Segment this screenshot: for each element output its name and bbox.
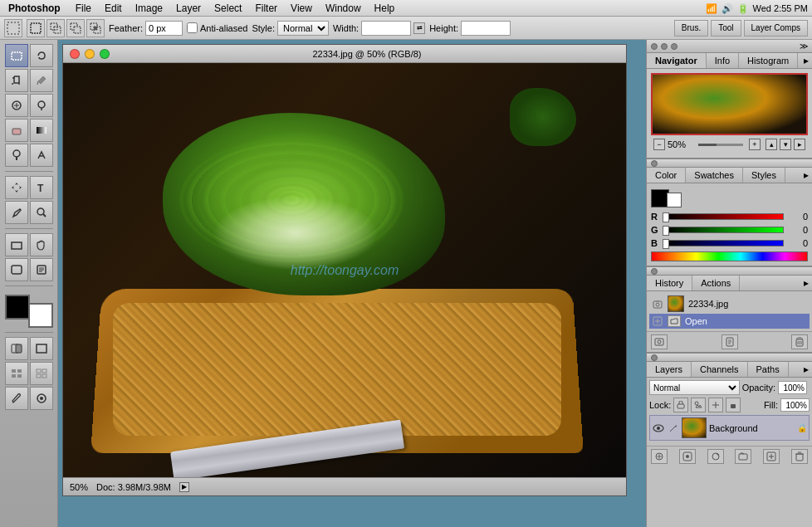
- menu-file[interactable]: File: [69, 0, 98, 16]
- text-tool[interactable]: T: [30, 176, 53, 199]
- intersect-selection-btn[interactable]: [86, 19, 105, 37]
- menu-select[interactable]: Select: [208, 0, 248, 16]
- history-item-0[interactable]: 22334.jpg: [649, 294, 810, 314]
- add-selection-btn[interactable]: [46, 19, 65, 37]
- panel-expand-btn[interactable]: ≫: [800, 41, 808, 51]
- b-slider-thumb[interactable]: [663, 239, 669, 249]
- notes-tool[interactable]: [30, 258, 53, 281]
- color-options-icon[interactable]: ▸: [804, 169, 809, 181]
- tab-layers[interactable]: Layers: [647, 362, 692, 377]
- menu-help[interactable]: Help: [368, 0, 402, 16]
- lock-all-btn[interactable]: [726, 398, 741, 412]
- nav-thumbnail[interactable]: [651, 73, 808, 135]
- r-slider[interactable]: [665, 213, 784, 220]
- bg-color-swatch[interactable]: [667, 193, 682, 207]
- crop-tool[interactable]: [5, 69, 28, 92]
- tab-styles[interactable]: Styles: [743, 168, 785, 183]
- zoom-tool[interactable]: [30, 201, 53, 224]
- subtract-selection-btn[interactable]: [66, 19, 85, 37]
- adjustment-layer-btn[interactable]: [707, 449, 724, 464]
- menu-view[interactable]: View: [284, 0, 319, 16]
- new-selection-btn[interactable]: [27, 19, 45, 37]
- blend-mode-select[interactable]: Normal: [649, 380, 740, 395]
- swap-dimensions-btn[interactable]: ⇄: [413, 22, 425, 34]
- layers-dot[interactable]: [651, 354, 658, 361]
- color-spectrum[interactable]: [651, 251, 808, 261]
- new-snapshot-btn[interactable]: [651, 334, 668, 349]
- delete-state-btn[interactable]: [791, 334, 808, 349]
- path-selection-tool[interactable]: [30, 144, 53, 167]
- new-layer-btn[interactable]: [763, 449, 780, 464]
- dodge-tool[interactable]: [5, 144, 28, 167]
- group-layers-btn[interactable]: [735, 449, 751, 464]
- tab-paths[interactable]: Paths: [748, 362, 789, 377]
- lock-position-btn[interactable]: [708, 398, 723, 412]
- minimize-button[interactable]: [85, 49, 95, 59]
- r-slider-thumb[interactable]: [663, 212, 669, 222]
- panel-dot-min[interactable]: [661, 43, 668, 50]
- lock-image-btn[interactable]: [691, 398, 706, 412]
- layers-panel-menu[interactable]: ▸: [789, 362, 812, 377]
- new-document-btn[interactable]: [722, 334, 738, 349]
- close-button[interactable]: [70, 49, 80, 59]
- nav-btn-3[interactable]: ▸: [794, 139, 805, 150]
- style-select[interactable]: Normal: [277, 21, 329, 36]
- g-slider[interactable]: [665, 227, 784, 233]
- extras-btn2[interactable]: [30, 362, 53, 385]
- tab-swatches[interactable]: Swatches: [686, 168, 743, 183]
- brush-tool[interactable]: [5, 387, 28, 410]
- panel-dot-close[interactable]: [651, 43, 658, 50]
- nav-btn-1[interactable]: ▴: [766, 139, 777, 150]
- eraser-tool[interactable]: [5, 119, 28, 142]
- zoom-in-btn[interactable]: +: [749, 139, 761, 150]
- menu-image[interactable]: Image: [129, 0, 169, 16]
- tab-histogram[interactable]: Histogram: [739, 53, 798, 68]
- shape-tool[interactable]: [5, 233, 28, 256]
- tab-history[interactable]: History: [647, 276, 692, 290]
- hand-tool[interactable]: [30, 233, 53, 256]
- history-options-icon[interactable]: ▸: [804, 277, 809, 289]
- clone-tool[interactable]: [30, 94, 53, 117]
- history-item-1[interactable]: Open: [649, 314, 810, 329]
- tab-info[interactable]: Info: [707, 53, 739, 68]
- menu-edit[interactable]: Edit: [98, 0, 129, 16]
- menu-window[interactable]: Window: [319, 0, 368, 16]
- screen-mode-btn[interactable]: [30, 337, 53, 360]
- zoom-slider[interactable]: [698, 144, 743, 146]
- jump-btn[interactable]: [30, 387, 53, 410]
- b-slider[interactable]: [665, 240, 784, 246]
- eyedropper-tool[interactable]: [30, 69, 53, 92]
- layer-item-background[interactable]: Background 🔒: [649, 415, 810, 441]
- layer-comps-tab-btn[interactable]: Layer Comps: [744, 20, 808, 37]
- eye-visibility-icon[interactable]: [652, 422, 665, 435]
- width-input[interactable]: [361, 21, 411, 36]
- nav-btn-2[interactable]: ▾: [780, 139, 791, 150]
- color-dot[interactable]: [651, 160, 658, 167]
- tab-channels[interactable]: Channels: [692, 362, 747, 377]
- history-panel-menu[interactable]: ▸: [740, 276, 812, 290]
- navigator-panel-menu[interactable]: ▸: [798, 53, 812, 68]
- menu-filter[interactable]: Filter: [248, 0, 284, 16]
- menu-layer[interactable]: Layer: [169, 0, 208, 16]
- move-tool[interactable]: [5, 176, 28, 199]
- layers-options-icon[interactable]: ▸: [804, 364, 809, 375]
- antialiased-checkbox[interactable]: [187, 22, 198, 33]
- tab-navigator[interactable]: Navigator: [647, 53, 707, 68]
- tab-actions[interactable]: Actions: [692, 276, 740, 290]
- marquee-tool[interactable]: [5, 44, 28, 67]
- layer-styles-btn[interactable]: [651, 449, 668, 464]
- panel-options-icon[interactable]: ▸: [804, 55, 809, 66]
- g-slider-thumb[interactable]: [663, 226, 669, 236]
- add-mask-btn[interactable]: [679, 449, 696, 464]
- color-panel-menu[interactable]: ▸: [785, 168, 812, 183]
- fill-input[interactable]: [780, 398, 810, 412]
- tab-color[interactable]: Color: [647, 168, 686, 183]
- opacity-input[interactable]: [778, 381, 807, 394]
- feather-input[interactable]: [145, 21, 183, 36]
- extras-btn1[interactable]: [5, 362, 28, 385]
- panel-dot-max[interactable]: [671, 43, 677, 50]
- lasso-tool[interactable]: [30, 44, 53, 67]
- lock-transparent-btn[interactable]: [673, 398, 688, 412]
- tool-tab-btn[interactable]: Tool: [711, 20, 741, 37]
- brush-tab-btn[interactable]: Brus.: [674, 20, 708, 37]
